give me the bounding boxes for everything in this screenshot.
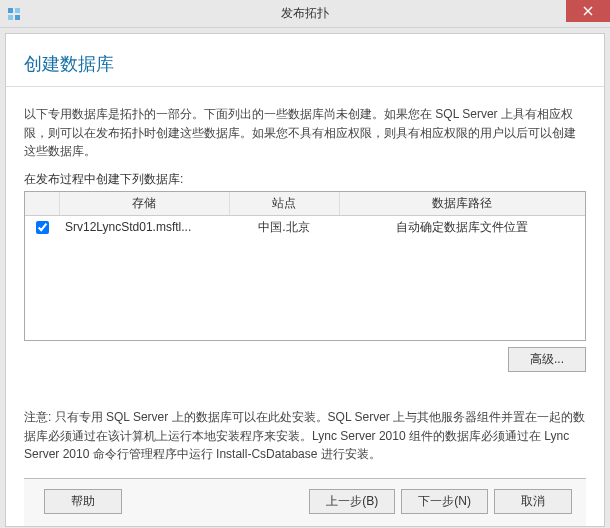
row-path: 自动确定数据库文件位置 [339, 215, 585, 239]
close-icon [583, 6, 593, 16]
svg-rect-3 [15, 15, 20, 20]
page-title: 创建数据库 [24, 52, 586, 76]
column-path: 数据库路径 [339, 192, 585, 216]
row-site: 中国.北京 [229, 215, 339, 239]
column-site: 站点 [229, 192, 339, 216]
description-text: 以下专用数据库是拓扑的一部分。下面列出的一些数据库尚未创建。如果您在 SQL S… [24, 105, 586, 161]
database-table: 存储 站点 数据库路径 Srv12LyncStd01.msftl... 中国.北… [24, 191, 586, 341]
advanced-button[interactable]: 高级... [508, 347, 586, 372]
advanced-row: 高级... [24, 347, 586, 372]
table-caption: 在发布过程中创建下列数据库: [24, 171, 586, 188]
dialog-content: 创建数据库 以下专用数据库是拓扑的一部分。下面列出的一些数据库尚未创建。如果您在… [5, 33, 605, 527]
app-icon [6, 6, 22, 22]
help-button[interactable]: 帮助 [44, 489, 122, 514]
close-button[interactable] [566, 0, 610, 22]
back-button[interactable]: 上一步(B) [309, 489, 395, 514]
body-area: 以下专用数据库是拓扑的一部分。下面列出的一些数据库尚未创建。如果您在 SQL S… [6, 87, 604, 526]
note-text: 注意: 只有专用 SQL Server 上的数据库可以在此处安装。SQL Ser… [24, 408, 586, 464]
window-title: 发布拓扑 [281, 5, 329, 22]
row-checkbox-cell [25, 215, 59, 239]
column-store: 存储 [59, 192, 229, 216]
svg-rect-2 [8, 15, 13, 20]
header-area: 创建数据库 [6, 34, 604, 87]
footer: 帮助 上一步(B) 下一步(N) 取消 [24, 478, 586, 526]
table-header-row: 存储 站点 数据库路径 [25, 192, 585, 216]
table-row[interactable]: Srv12LyncStd01.msftl... 中国.北京 自动确定数据库文件位… [25, 215, 585, 239]
row-store: Srv12LyncStd01.msftl... [59, 215, 229, 239]
next-button[interactable]: 下一步(N) [401, 489, 488, 514]
svg-rect-1 [15, 8, 20, 13]
svg-rect-0 [8, 8, 13, 13]
titlebar: 发布拓扑 [0, 0, 610, 28]
cancel-button[interactable]: 取消 [494, 489, 572, 514]
column-check [25, 192, 59, 216]
row-checkbox[interactable] [36, 221, 49, 234]
